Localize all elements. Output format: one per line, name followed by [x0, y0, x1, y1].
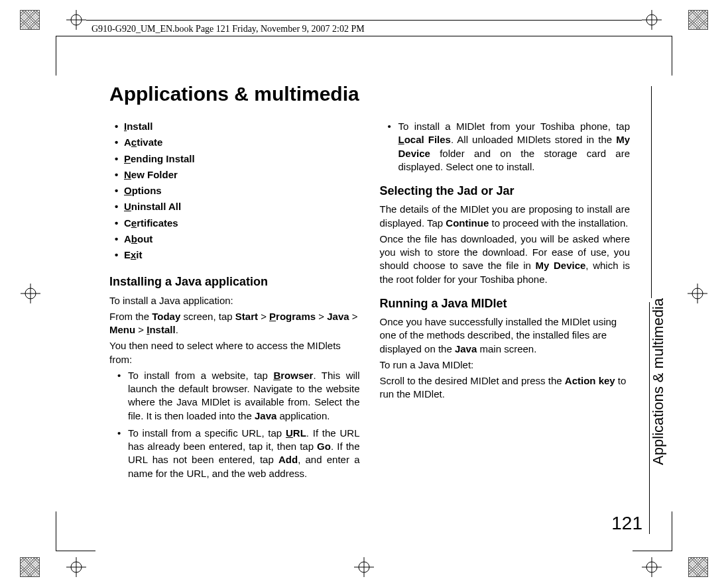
- heading-selecting-jad: Selecting the Jad or Jar: [380, 183, 631, 199]
- install-options-list: To install from a website, tap Browser. …: [109, 369, 360, 480]
- menu-item-about: About: [116, 233, 360, 246]
- menu-item-activate: Activate: [116, 136, 360, 149]
- side-chapter-label: Applications & multimedia: [632, 86, 652, 298]
- document-header: G910-G920_UM_EN.book Page 121 Friday, No…: [86, 20, 642, 36]
- body-text: You then need to select where to access …: [109, 339, 360, 366]
- menu-list: Install Activate Pending Install New Fol…: [109, 120, 360, 262]
- body-text: Once you have successfully installed the…: [380, 315, 631, 356]
- body-text: To install a Java application:: [109, 294, 360, 307]
- page-number-text: 121: [611, 513, 642, 534]
- left-column: Install Activate Pending Install New Fol…: [109, 120, 360, 484]
- registration-pattern-tl: [20, 10, 40, 30]
- registration-pattern-bl: [20, 557, 40, 577]
- crosshair-icon: [642, 10, 662, 30]
- crosshair-icon: [21, 284, 40, 303]
- install-options-list-cont: To install a MIDlet from your Toshiba ph…: [380, 120, 631, 174]
- menu-item-uninstall-all: Uninstall All: [116, 200, 360, 213]
- menu-item-pending-install: Pending Install: [116, 152, 360, 166]
- body-text: From the Today screen, tap Start > Progr…: [109, 310, 360, 337]
- page-title: Applications & multimedia: [109, 83, 630, 105]
- list-item: To install from a website, tap Browser. …: [128, 369, 360, 423]
- crop-corner-tr: [633, 36, 672, 76]
- crosshair-icon: [642, 557, 662, 577]
- crop-corner-bl: [56, 511, 95, 551]
- crop-corner-tl: [56, 36, 95, 76]
- body-text: Once the file has downloaded, you will b…: [380, 233, 631, 286]
- menu-item-certificates: Certificates: [116, 217, 360, 230]
- registration-pattern-tr: [688, 10, 708, 30]
- crosshair-icon: [688, 284, 707, 303]
- heading-installing-java: Installing a Java application: [109, 274, 360, 290]
- body-text: Scroll to the desired MIDlet and press t…: [380, 374, 631, 401]
- list-item: To install a MIDlet from your Toshiba ph…: [398, 120, 631, 174]
- body-text: To run a Java MIDlet:: [380, 358, 631, 372]
- crosshair-icon: [66, 10, 86, 30]
- body-text: The details of the MIDlet you are propos…: [380, 203, 631, 230]
- menu-item-install: Install: [116, 120, 360, 133]
- crosshair-icon: [66, 557, 86, 577]
- side-chapter-text: Applications & multimedia: [650, 298, 667, 465]
- menu-item-options: Options: [116, 184, 360, 197]
- heading-running-midlet: Running a Java MIDlet: [380, 295, 631, 311]
- registration-pattern-br: [688, 557, 708, 577]
- crosshair-icon: [354, 557, 374, 577]
- page-content: Applications & multimedia Install Activa…: [109, 83, 630, 484]
- right-column: To install a MIDlet from your Toshiba ph…: [380, 120, 631, 484]
- menu-item-new-folder: New Folder: [116, 168, 360, 182]
- list-item: To install from a specific URL, tap URL.…: [128, 427, 360, 480]
- menu-item-exit: Exit: [116, 248, 360, 262]
